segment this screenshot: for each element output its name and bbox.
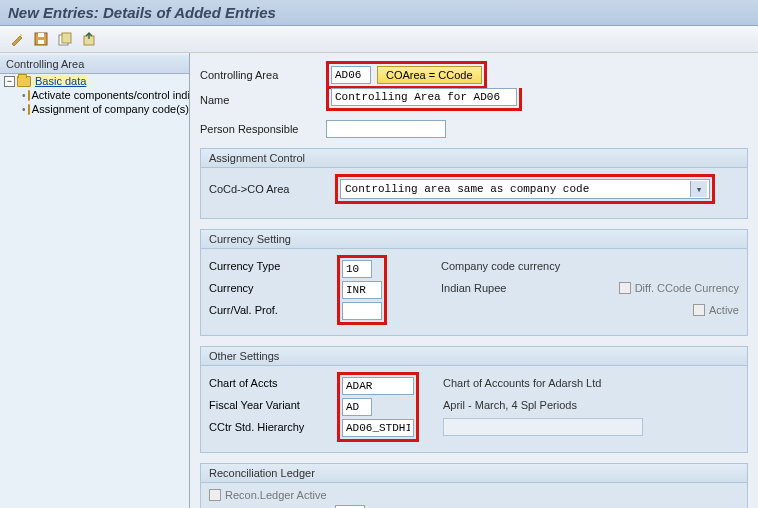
highlight-controlling-area: COArea = CCode bbox=[326, 61, 487, 89]
assignment-control-group: Assignment Control CoCd->CO Area Control… bbox=[200, 148, 748, 219]
chart-accts-label: Chart of Accts bbox=[209, 377, 277, 389]
currency-setting-title: Currency Setting bbox=[201, 230, 747, 249]
folder-open-icon bbox=[17, 76, 31, 87]
currency-descr: Indian Rupee bbox=[441, 282, 506, 294]
coarea-ccode-button[interactable]: COArea = CCode bbox=[377, 66, 482, 84]
tree-item-label: Assignment of company code(s) bbox=[32, 103, 189, 115]
other-settings-group: Other Settings Chart of Accts Fiscal Yea… bbox=[200, 346, 748, 453]
collapse-icon[interactable]: − bbox=[4, 76, 15, 87]
highlight-other-inputs bbox=[337, 372, 419, 442]
svg-rect-2 bbox=[38, 40, 44, 44]
svg-rect-5 bbox=[62, 33, 71, 43]
name-label: Name bbox=[200, 94, 320, 106]
window-title: New Entries: Details of Added Entries bbox=[0, 0, 758, 26]
person-responsible-input[interactable] bbox=[326, 120, 446, 138]
assignment-control-title: Assignment Control bbox=[201, 149, 747, 168]
cocd-co-area-label: CoCd->CO Area bbox=[209, 183, 329, 195]
currency-type-descr: Company code currency bbox=[441, 260, 560, 272]
currency-input[interactable] bbox=[342, 281, 382, 299]
curr-val-prof-input[interactable] bbox=[342, 302, 382, 320]
wand-icon[interactable] bbox=[8, 30, 26, 48]
folder-icon bbox=[28, 104, 30, 115]
copy-icon[interactable] bbox=[56, 30, 74, 48]
highlight-currency-inputs bbox=[337, 255, 387, 325]
curr-val-prof-label: Curr/Val. Prof. bbox=[209, 304, 278, 316]
person-responsible-label: Person Responsible bbox=[200, 123, 320, 135]
reconciliation-ledger-group: Reconciliation Ledger Recon.Ledger Activ… bbox=[200, 463, 748, 508]
reconciliation-ledger-title: Reconciliation Ledger bbox=[201, 464, 747, 483]
cocd-co-area-dropdown[interactable]: Controlling area same as company code bbox=[340, 179, 710, 199]
chart-accts-input[interactable] bbox=[342, 377, 414, 395]
tree-item-assignment-company-code[interactable]: • Assignment of company code(s) bbox=[22, 102, 189, 116]
cctr-hierarchy-input[interactable] bbox=[342, 419, 414, 437]
tree-root-basic-data[interactable]: − Basic data bbox=[4, 74, 189, 88]
controlling-area-label: Controlling Area bbox=[200, 69, 320, 81]
controlling-area-input[interactable] bbox=[331, 66, 371, 84]
cctr-hierarchy-label: CCtr Std. Hierarchy bbox=[209, 421, 304, 433]
svg-rect-3 bbox=[38, 33, 44, 37]
currency-label: Currency bbox=[209, 282, 254, 294]
tree-item-activate-components[interactable]: • Activate components/control indicators bbox=[22, 88, 189, 102]
highlight-cocd: Controlling area same as company code bbox=[335, 174, 715, 204]
navigation-tree-panel: Controlling Area − Basic data • Activate… bbox=[0, 53, 190, 508]
currency-type-input[interactable] bbox=[342, 260, 372, 278]
diff-ccode-currency-checkbox[interactable]: Diff. CCode Currency bbox=[619, 282, 739, 294]
tree-item-label: Activate components/control indicators bbox=[32, 89, 189, 101]
highlight-name bbox=[326, 88, 522, 111]
fiscal-year-label: Fiscal Year Variant bbox=[209, 399, 300, 411]
export-icon[interactable] bbox=[80, 30, 98, 48]
chart-accts-descr: Chart of Accounts for Adarsh Ltd bbox=[443, 377, 601, 389]
recon-ledger-active-checkbox[interactable]: Recon.Ledger Active bbox=[209, 489, 335, 501]
tree-root-label: Basic data bbox=[33, 75, 88, 87]
currency-setting-group: Currency Setting Currency Type Currency … bbox=[200, 229, 748, 336]
tree-header: Controlling Area bbox=[0, 55, 189, 74]
currency-type-label: Currency Type bbox=[209, 260, 280, 272]
content-area: Controlling Area COArea = CCode Name Per… bbox=[190, 53, 758, 508]
cctr-hierarchy-readonly bbox=[443, 418, 643, 436]
toolbar bbox=[0, 26, 758, 53]
fiscal-year-descr: April - March, 4 Spl Periods bbox=[443, 399, 577, 411]
fiscal-year-input[interactable] bbox=[342, 398, 372, 416]
name-input[interactable] bbox=[331, 88, 517, 106]
svg-point-0 bbox=[20, 34, 22, 36]
dropdown-value: Controlling area same as company code bbox=[345, 183, 589, 195]
other-settings-title: Other Settings bbox=[201, 347, 747, 366]
folder-icon bbox=[28, 90, 30, 101]
active-checkbox[interactable]: Active bbox=[693, 304, 739, 316]
save-icon[interactable] bbox=[32, 30, 50, 48]
